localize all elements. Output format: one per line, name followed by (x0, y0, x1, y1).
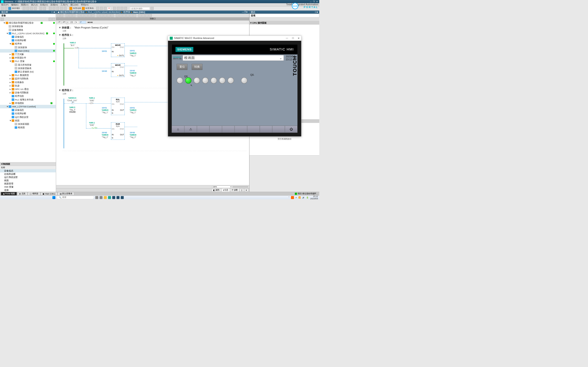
hmi-min-icon[interactable]: — (286, 37, 288, 40)
tab-collapse-icon[interactable]: ▯ (240, 189, 244, 192)
tree-item[interactable]: ▼程序块 (0, 42, 56, 46)
taskbar-app-3[interactable] (108, 196, 111, 199)
tab-tag-table[interactable]: ▤ 默认变量表 (58, 192, 74, 195)
menu-window[interactable]: 窗口(W) (70, 3, 78, 6)
menu-help[interactable]: 帮助(H) (81, 3, 88, 6)
ed-tb-20[interactable] (130, 14, 133, 17)
menu-online[interactable]: 在线(O) (40, 3, 48, 6)
tree-item[interactable]: ▸轨迹 (0, 84, 56, 87)
tree-item[interactable]: ▸工艺对象 (0, 52, 56, 56)
paste-icon[interactable] (30, 7, 33, 10)
detail-item[interactable]: 连接 (0, 189, 56, 192)
tree-nav-icon[interactable]: ◀ (53, 11, 55, 13)
ed-tb-25[interactable] (149, 14, 152, 17)
detail-list[interactable]: 设备组态在线和诊断运行系统设置画面画面管理HMI 变量连接 (0, 169, 56, 192)
block-interface-label[interactable]: 块接口 (56, 17, 249, 20)
taskbar-app-wincc[interactable] (121, 196, 124, 199)
menu-tools[interactable]: 工具(T) (61, 3, 68, 6)
menu-project[interactable]: 项目(P) (1, 3, 9, 6)
hmi-f8[interactable] (260, 126, 272, 133)
options-header[interactable]: 选项 (250, 14, 319, 17)
ed-tb-23[interactable] (142, 14, 145, 17)
bc-1[interactable]: PLC_1 [CPU 1214C DC/DC/DC] (88, 11, 120, 13)
hmi-f3[interactable] (197, 126, 209, 133)
lad-move-label[interactable]: MOVE (87, 21, 93, 23)
ed-min-icon[interactable]: — (242, 11, 244, 13)
lad-box-icon[interactable]: [?] (71, 21, 74, 24)
ed-tb-10[interactable] (92, 14, 95, 17)
tree-item[interactable]: 添加新变量表 (0, 67, 56, 70)
hmi-close-icon[interactable]: ✕ (298, 37, 300, 40)
start-rt-icon[interactable] (64, 7, 67, 10)
tab-expand-icon[interactable]: ▾ (244, 189, 248, 192)
tab-info[interactable]: ℹ 信息 (221, 189, 230, 192)
tree-item[interactable]: ▼PLC 变量 (0, 60, 56, 63)
hmi-f7[interactable] (247, 126, 260, 133)
cut-icon[interactable] (23, 7, 26, 10)
tree-item[interactable]: 设备组态 (0, 108, 56, 112)
tree-item[interactable]: ▸设备代理数据 (0, 91, 56, 94)
tb-icon-c[interactable] (104, 7, 107, 10)
ed-tb-9[interactable] (88, 14, 91, 17)
window-min-icon[interactable]: — (309, 1, 312, 3)
hmi-f9[interactable] (272, 126, 285, 133)
tray-date[interactable]: 2023/5/5 (310, 198, 318, 199)
tree-item[interactable]: 在线和诊断 (0, 39, 56, 42)
tree-item[interactable]: 设备和网络 (0, 28, 56, 32)
undo-icon[interactable] (40, 7, 43, 10)
tb-icon-b[interactable] (100, 7, 103, 10)
window-restore-icon[interactable]: ❐ (313, 1, 315, 3)
tray-battery-icon[interactable]: 🔋 (306, 196, 309, 199)
tree-tool-icon[interactable] (1, 18, 4, 21)
lad-contact-no-icon[interactable]: ⊣⊢ (57, 21, 61, 24)
detail-item[interactable]: 画面 (0, 179, 56, 182)
compile-icon[interactable] (49, 7, 52, 10)
tree-item[interactable]: ▼移位指令和循环移位指令 (0, 21, 56, 25)
network2-title[interactable]: 程序段 2： (62, 89, 74, 92)
hmi-titlebar[interactable]: SIMATIC WinCC Runtime Advanced — ☐ ✕ (168, 36, 301, 41)
taskbar-app-1[interactable] (99, 196, 103, 199)
menu-view[interactable]: 视图(V) (21, 3, 28, 6)
tree-item[interactable]: ▸本地模块 (0, 101, 56, 105)
taskbar-search[interactable]: 🔍 搜索 (57, 196, 94, 199)
new-project-icon[interactable] (1, 7, 4, 10)
lad-coil-icon[interactable]: ─( )─ (66, 21, 70, 24)
tray-ime-icon[interactable] (291, 196, 294, 199)
window-close-icon[interactable]: ✕ (316, 1, 318, 3)
taskbar-app-tia[interactable] (116, 196, 120, 199)
test-nav-icon[interactable]: ▶ (317, 11, 318, 13)
hmi-alarm-button[interactable]: ⚠ (184, 126, 197, 133)
hmi-screen-dropdown[interactable]: 根画面⌄ (183, 55, 284, 61)
tree-item[interactable]: 设备组态 (0, 35, 56, 39)
tab-root-screen[interactable]: ▢ 根画面 (28, 192, 40, 195)
ed-tb-2[interactable] (61, 14, 63, 17)
hmi-home-button[interactable]: ⌂ (172, 126, 184, 133)
tree-item[interactable]: 运行系统设置 (0, 115, 56, 119)
ed-tb-7[interactable] (81, 14, 84, 17)
devices-tab[interactable]: 设备 (0, 14, 56, 17)
bc-0[interactable]: 移位指令和循环移位指令 (60, 10, 85, 14)
taskbar-app-2[interactable] (104, 196, 107, 199)
redo-icon[interactable] (43, 7, 46, 10)
menu-options[interactable]: 选项(N) (50, 3, 58, 6)
ed-tb-4[interactable] (69, 14, 72, 17)
tb-icon-f[interactable] (117, 7, 120, 10)
tree-item[interactable]: 根画面 (0, 126, 56, 129)
taskbar-app-plcsim[interactable] (112, 196, 115, 199)
tab-diagnostics[interactable]: ⁉ 诊断 (230, 189, 239, 192)
tray-wifi-icon[interactable]: 📶 (298, 196, 301, 199)
tb-icon-d[interactable]: ✕ (107, 7, 111, 10)
go-offline-icon[interactable] (82, 7, 85, 10)
ed-close-icon[interactable]: ✕ (246, 11, 248, 13)
ed-max-icon[interactable]: ❐ (244, 11, 246, 13)
ed-tb-12[interactable] (100, 14, 103, 17)
tree-item[interactable]: ▼PLC_1 [CPU 1214C DC/DC/DC] (0, 32, 56, 35)
tree-view-icon-2[interactable] (52, 18, 55, 21)
zoom-slider[interactable] (233, 186, 248, 187)
ed-tb-14[interactable] (107, 14, 110, 17)
ed-tb-21[interactable] (133, 14, 136, 17)
tray-volume-icon[interactable]: 🔊 (302, 196, 305, 199)
bc-nav-back-icon[interactable]: ◀ (57, 11, 59, 14)
tree-view-icon-1[interactable] (49, 18, 52, 21)
detail-item[interactable]: HMI 变量 (0, 185, 56, 189)
